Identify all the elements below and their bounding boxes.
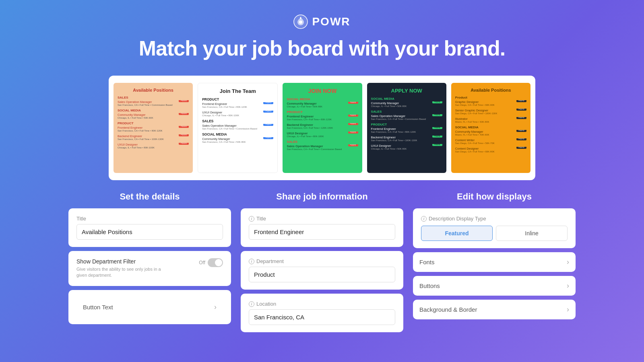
button-text-row[interactable]: Button Text › <box>76 297 223 317</box>
job-row: UXUI Designer Apply Chicago, IL • Full T… <box>118 143 189 149</box>
button-text-label: Button Text <box>83 304 113 311</box>
chevron-right-icon: › <box>214 303 217 311</box>
fonts-card[interactable]: Fonts › <box>413 252 576 272</box>
job-row: Graphic Designer Apply San Diego, CA • F… <box>455 100 526 106</box>
department-filter-card: Show Department Filter Give visitors the… <box>68 251 231 286</box>
buttons-label: Buttons <box>419 282 440 289</box>
chevron-right-icon-buttons: › <box>567 282 569 290</box>
toggle-state-label: Off <box>199 260 205 265</box>
location-card: i Location <box>241 294 403 332</box>
info-icon-loc: i <box>249 301 254 307</box>
job-row: Sales Operation Manager Apply San Franci… <box>287 144 358 150</box>
desc-type-card: i Description Display Type Featured Inli… <box>413 208 576 248</box>
job-row: Frontend Engineer Apply San Francisco, C… <box>371 127 442 133</box>
department-card: i Department <box>241 251 403 290</box>
fonts-row[interactable]: Fonts › <box>413 252 576 272</box>
button-text-card[interactable]: Button Text › <box>68 290 231 324</box>
department-label: Department <box>256 258 284 264</box>
preview-card-dark: APPLY NOW SOCIAL MEDIA Community Manager… <box>367 83 446 173</box>
job-row: Sales Operation Manager Apply San Franci… <box>371 114 442 120</box>
job-row: Frontend Engineer Apply San Francisco, C… <box>118 126 189 132</box>
department-filter-desc: Give visitors the ability to see only jo… <box>76 266 165 279</box>
header: POWR Match your job board with your bran… <box>0 0 644 68</box>
headline: Match your job board with your brand. <box>0 36 644 60</box>
job-row: Sales Operation Manager Apply San Franci… <box>202 124 273 130</box>
chevron-right-icon-fonts: › <box>567 258 569 266</box>
preview-strip: Available Positions SALES Sales Operatio… <box>109 76 535 180</box>
title-field-label: Title <box>76 216 223 222</box>
job-row: UXUI Designer Apply Chicago, IL • Full T… <box>287 132 358 138</box>
preview-card-green: JOIN NOW SOCIAL MEDIA Community Manager … <box>283 83 362 173</box>
title-card: Title <box>68 208 231 247</box>
job-row: Frontend Engineer Apply San Francisco, C… <box>202 102 273 108</box>
bottom-section: Set the details Title Show Department Fi… <box>68 187 576 340</box>
svg-rect-2 <box>300 17 301 19</box>
job-title-input[interactable] <box>249 224 395 240</box>
chevron-right-icon-bg: › <box>567 305 569 314</box>
job-row: Community Manager Apply Miami, FL • Full… <box>455 130 526 136</box>
location-input[interactable] <box>249 309 395 325</box>
job-row: Community Manager Apply Chicago, IL • Fu… <box>118 113 189 119</box>
panel-1-title: Set the details <box>68 191 231 202</box>
preview-card-yellow: Available Positions Product Graphic Desi… <box>451 83 530 173</box>
job-row: Illustrator Apply Miami, FL • Full Time … <box>455 117 526 123</box>
background-border-row[interactable]: Background & Border › <box>413 300 576 319</box>
panel-2-title: Share job information <box>241 191 403 202</box>
department-filter-label: Show Department Filter <box>76 258 165 265</box>
svg-point-1 <box>299 21 302 24</box>
inline-button[interactable]: Inline <box>496 226 568 241</box>
panel-edit-display: Edit how displays i Description Display … <box>413 191 576 336</box>
department-input[interactable] <box>249 267 395 282</box>
background-border-card[interactable]: Background & Border › <box>413 300 576 319</box>
panel-share-info: Share job information i Title i Departme… <box>241 191 403 336</box>
card-1-title: Available Positions <box>118 88 189 93</box>
job-row: Content Designer Apply San Diego, CA • F… <box>455 147 526 153</box>
panel-set-details: Set the details Title Show Department Fi… <box>68 191 231 336</box>
background-border-label: Background & Border <box>419 306 477 313</box>
job-row: Community Manager Apply San Francisco, C… <box>202 137 273 143</box>
job-row: UXUI Designer Apply Chicago, IL • Full T… <box>371 144 442 150</box>
logo-text: POWR <box>312 15 350 28</box>
job-row: Senior Graphic Designer Apply San Diego,… <box>455 109 526 115</box>
buttons-card[interactable]: Buttons › <box>413 276 576 296</box>
powr-logo-icon <box>293 14 308 29</box>
job-row: Content Writer Apply San Diego, CA • Ful… <box>455 138 526 144</box>
job-row: Frontend Engineer Apply San Francisco, C… <box>287 115 358 121</box>
featured-button[interactable]: Featured <box>421 226 493 241</box>
job-row: Backend Engineer Apply San Francisco, CA… <box>371 136 442 142</box>
job-row: Backend Engineer Apply San Francisco, CA… <box>287 123 358 129</box>
info-icon-desc: i <box>421 216 427 222</box>
desc-type-buttons: Featured Inline <box>421 226 568 241</box>
location-label: Location <box>256 301 276 307</box>
preview-card-white: Join The Team PRODUCT Frontend Engineer … <box>198 83 278 173</box>
fonts-label: Fonts <box>419 259 435 265</box>
desc-type-label: Description Display Type <box>429 216 486 222</box>
job-title-label: Title <box>256 216 266 222</box>
title-input[interactable] <box>76 224 223 240</box>
job-row: UXUI Designer Apply Chicago, IL • Full T… <box>202 111 273 117</box>
preview-card-salmon: Available Positions SALES Sales Operatio… <box>114 83 193 173</box>
logo: POWR <box>0 14 644 29</box>
job-row: Sales Operation Manager Apply San Franci… <box>118 100 189 106</box>
job-title-card: i Title <box>241 208 403 247</box>
job-row: Community Manager Apply Chicago, IL • Fu… <box>287 102 358 108</box>
job-row: Community Manager Apply Chicago, IL • Fu… <box>371 101 442 107</box>
info-icon-dept: i <box>249 259 254 264</box>
buttons-row[interactable]: Buttons › <box>413 276 576 296</box>
panel-3-title: Edit how displays <box>413 191 576 202</box>
job-row: Backend Engineer Apply San Francisco, CA… <box>118 134 189 140</box>
department-filter-toggle[interactable] <box>208 258 223 267</box>
info-icon-title: i <box>249 216 254 222</box>
